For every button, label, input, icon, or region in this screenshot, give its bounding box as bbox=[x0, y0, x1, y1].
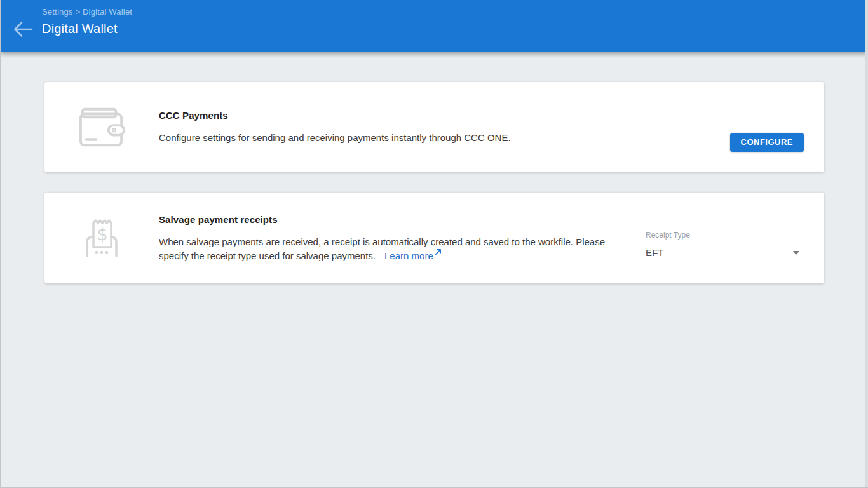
card-body: Salvage payment receipts When salvage pa… bbox=[159, 214, 633, 262]
receipt-type-select[interactable]: Receipt Type EFT bbox=[646, 231, 803, 264]
ccc-payments-card: CCC Payments Configure settings for send… bbox=[44, 82, 824, 172]
select-label: Receipt Type bbox=[646, 231, 803, 240]
back-button[interactable] bbox=[12, 19, 34, 39]
card-description: Configure settings for sending and recei… bbox=[159, 131, 717, 144]
external-link-icon bbox=[435, 248, 442, 255]
header-text-group: Settings > Digital Wallet Digital Wallet bbox=[42, 7, 132, 36]
learn-more-label: Learn more bbox=[384, 250, 433, 261]
card-title: Salvage payment receipts bbox=[159, 214, 633, 225]
app-header: Settings > Digital Wallet Digital Wallet bbox=[1, 0, 868, 52]
breadcrumb[interactable]: Settings > Digital Wallet bbox=[42, 7, 132, 17]
card-description: When salvage payments are received, a re… bbox=[159, 235, 611, 262]
wallet-icon bbox=[44, 107, 159, 147]
content-area: CCC Payments Configure settings for send… bbox=[1, 52, 868, 283]
salvage-receipts-card: $ Salvage payment receipts When salvage … bbox=[44, 193, 824, 283]
card-body: CCC Payments Configure settings for send… bbox=[159, 110, 717, 144]
card-title: CCC Payments bbox=[159, 110, 717, 121]
arrow-left-icon bbox=[12, 19, 34, 39]
receipt-icon: $ bbox=[44, 218, 159, 259]
scrollbar-track[interactable] bbox=[865, 0, 868, 487]
card-description-text: When salvage payments are received, a re… bbox=[159, 236, 605, 261]
learn-more-link[interactable]: Learn more bbox=[384, 250, 442, 261]
configure-button[interactable]: CONFIGURE bbox=[730, 133, 804, 152]
select-value-row: EFT bbox=[646, 247, 803, 264]
select-value: EFT bbox=[646, 247, 664, 258]
svg-text:$: $ bbox=[97, 224, 107, 244]
page-title: Digital Wallet bbox=[42, 22, 132, 36]
caret-down-icon bbox=[793, 251, 799, 255]
digital-wallet-settings-page: Settings > Digital Wallet Digital Wallet… bbox=[0, 0, 868, 488]
